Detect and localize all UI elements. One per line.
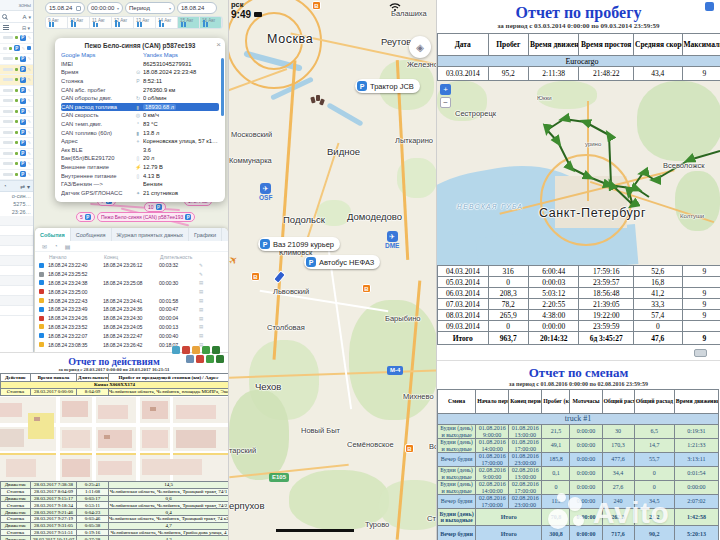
event-row[interactable]: 18.08.24 23:24:38 18.08.24 23:25:08 00:0… bbox=[35, 279, 228, 288]
event-action-icon[interactable]: ▤ bbox=[199, 307, 203, 312]
event-row[interactable]: 18.08.24 23:22:40 18.08.24 23:26:12 00:0… bbox=[35, 261, 228, 270]
event-row[interactable]: 18.08.24 23:22:43 18.08.24 23:24:41 00:0… bbox=[35, 296, 228, 305]
event-action-icon[interactable]: ▤ bbox=[199, 298, 203, 303]
period-select[interactable]: Период▾ bbox=[125, 2, 175, 14]
timeline-day[interactable]: 16 Авг bbox=[200, 17, 222, 28]
sidebar-search[interactable]: А ▾ bbox=[0, 11, 33, 23]
events-tab[interactable]: Графики bbox=[189, 228, 222, 241]
edit-icon[interactable]: ✎ bbox=[22, 46, 25, 51]
export-doc-icon[interactable] bbox=[186, 355, 194, 363]
time-from-input[interactable]: 00:00:00▾ bbox=[87, 2, 123, 14]
sidebar-vehicle-item[interactable]: ✎ bbox=[0, 149, 33, 160]
export-file-icon[interactable] bbox=[202, 346, 210, 354]
timeline-day[interactable]: 9 Авг bbox=[46, 17, 68, 28]
timeline-day[interactable]: 15 Авг bbox=[178, 17, 200, 28]
edit-icon[interactable]: ✎ bbox=[28, 130, 31, 135]
brand-poi-icon[interactable] bbox=[362, 284, 371, 293]
event-action-icon[interactable]: ▤ bbox=[199, 280, 203, 285]
event-action-icon[interactable]: ▤ bbox=[199, 333, 203, 338]
date-to-input[interactable]: 18.08.24 bbox=[177, 2, 217, 14]
export-file-icon[interactable] bbox=[212, 346, 220, 354]
popup-scrollbar[interactable] bbox=[221, 58, 224, 116]
event-row[interactable]: 18.08.24 23:23:49 18.08.24 23:24:36 00:0… bbox=[35, 305, 228, 314]
vehicle-marker[interactable]: Ваз 21099 курьер bbox=[258, 237, 340, 251]
yandex-maps-link[interactable]: Yandex Maps bbox=[143, 52, 219, 58]
timeline-day[interactable]: 10 Авг bbox=[68, 17, 90, 28]
car-marker[interactable] bbox=[273, 270, 286, 284]
vehicle-marker[interactable]: Автобус НЕФАЗ bbox=[304, 255, 380, 269]
airport-marker[interactable]: DME bbox=[385, 231, 399, 249]
edit-icon[interactable]: ✎ bbox=[28, 77, 31, 82]
vehicle-marker[interactable]: Трактор JCB bbox=[355, 79, 420, 93]
mail-icon[interactable]: ✉ bbox=[42, 243, 47, 250]
edit-icon[interactable]: ✎ bbox=[28, 67, 31, 72]
map-badge[interactable]: 10 bbox=[144, 202, 166, 212]
timeline-day[interactable]: 14 Авг bbox=[156, 17, 178, 28]
plane-marker[interactable] bbox=[228, 253, 241, 269]
edit-icon[interactable]: ✎ bbox=[28, 56, 31, 61]
sort-letter[interactable]: А bbox=[22, 14, 26, 20]
map-badge[interactable]: 5 bbox=[76, 212, 95, 222]
events-tab[interactable]: Журнал принятых данных bbox=[112, 228, 190, 241]
sidebar-vehicle-item[interactable]: ✎ bbox=[0, 65, 33, 76]
export-file-icon[interactable] bbox=[182, 346, 190, 354]
edit-icon[interactable]: ✎ bbox=[28, 172, 31, 177]
sidebar-vehicle-item[interactable]: ✎ bbox=[0, 170, 33, 181]
sidebar-vehicle-item[interactable]: ✎ bbox=[0, 33, 33, 44]
timeline-day[interactable]: 13 Авг bbox=[134, 17, 156, 28]
event-action-icon[interactable]: ▤ bbox=[199, 316, 203, 321]
edit-icon[interactable]: ✎ bbox=[28, 119, 31, 124]
export-xls-icon[interactable] bbox=[206, 355, 214, 363]
track-icon[interactable]: ⇄ ▾ bbox=[20, 183, 30, 190]
close-icon[interactable] bbox=[216, 41, 221, 49]
settings-icon[interactable]: ◔ bbox=[54, 243, 58, 249]
list-icon[interactable] bbox=[3, 25, 9, 26]
sidebar-vehicle-item[interactable]: ✎ bbox=[0, 117, 33, 128]
brand-poi-icon[interactable] bbox=[405, 444, 414, 453]
edit-icon[interactable]: ✎ bbox=[28, 35, 31, 40]
sidebar-vehicle-item[interactable]: ✎ bbox=[0, 75, 33, 86]
event-action-icon[interactable]: ▤ bbox=[199, 324, 203, 329]
edit-icon[interactable]: ✎ bbox=[28, 98, 31, 103]
airport-marker[interactable]: OSF bbox=[259, 183, 272, 201]
sidebar-vehicle-item[interactable]: ✎ bbox=[0, 159, 33, 170]
timeline-day[interactable]: 12 Авг bbox=[112, 17, 134, 28]
printer-icon[interactable] bbox=[694, 349, 707, 357]
events-tab[interactable]: События bbox=[35, 228, 71, 241]
event-row[interactable]: 18.08.24 23:25:52 ✎ bbox=[35, 270, 228, 279]
sidebar-tab-fragment[interactable]: зоны bbox=[0, 0, 33, 11]
edit-icon[interactable]: ✎ bbox=[28, 161, 31, 166]
edit-icon[interactable]: ✎ bbox=[28, 140, 31, 145]
export-file-icon[interactable] bbox=[192, 346, 200, 354]
event-action-icon[interactable]: ✎ bbox=[199, 263, 203, 268]
map-badge[interactable]: Пежо Бело-синяя (CAN) p587ee193 bbox=[97, 212, 195, 222]
events-tab[interactable]: Сообщения bbox=[71, 228, 112, 241]
event-action-icon[interactable]: ▤ bbox=[199, 289, 203, 294]
event-row[interactable]: 18.08.24 23:23:52 18.08.24 23:24:05 00:0… bbox=[35, 323, 228, 332]
timeline-day[interactable]: 11 Авг bbox=[90, 17, 112, 28]
sidebar-vehicle-item[interactable]: ✎ bbox=[0, 138, 33, 149]
edit-icon[interactable]: ✎ bbox=[28, 109, 31, 114]
export-file-icon[interactable] bbox=[172, 346, 180, 354]
layers-button[interactable] bbox=[409, 36, 431, 58]
export-xlsx-icon[interactable] bbox=[216, 355, 224, 363]
google-maps-link[interactable]: Google Maps bbox=[61, 52, 133, 58]
event-action-icon[interactable]: ✎ bbox=[199, 272, 203, 277]
sidebar-vehicle-item[interactable]: ✎ bbox=[0, 128, 33, 139]
zoom-in-button[interactable]: + bbox=[440, 84, 451, 95]
edit-icon[interactable]: ✎ bbox=[28, 151, 31, 156]
edit-icon[interactable]: ✎ bbox=[28, 88, 31, 93]
marker-cluster[interactable] bbox=[311, 95, 325, 111]
brand-poi-icon[interactable] bbox=[251, 272, 260, 281]
vehicle-filter-icon[interactable]: ⊟ ▾ bbox=[22, 25, 30, 31]
trash-icon[interactable]: ▤ bbox=[65, 243, 71, 250]
event-row[interactable]: 18.08.24 23:24:26 18.08.24 23:24:30 00:0… bbox=[35, 314, 228, 323]
export-pdf-icon[interactable] bbox=[196, 355, 204, 363]
sidebar-vehicle-item[interactable]: ✎ bbox=[0, 107, 33, 118]
refresh-icon[interactable]: ◔ bbox=[3, 183, 7, 189]
event-row[interactable]: 18.08.24 23:22:07 18.08.24 23:22:47 00:0… bbox=[35, 331, 228, 340]
sidebar-vehicle-item[interactable]: ✎ bbox=[0, 96, 33, 107]
sidebar-vehicle-item[interactable]: ✎ bbox=[0, 86, 33, 97]
sidebar-vehicle-item[interactable]: ✎ bbox=[0, 44, 33, 55]
zoom-out-button[interactable]: − bbox=[440, 97, 451, 108]
